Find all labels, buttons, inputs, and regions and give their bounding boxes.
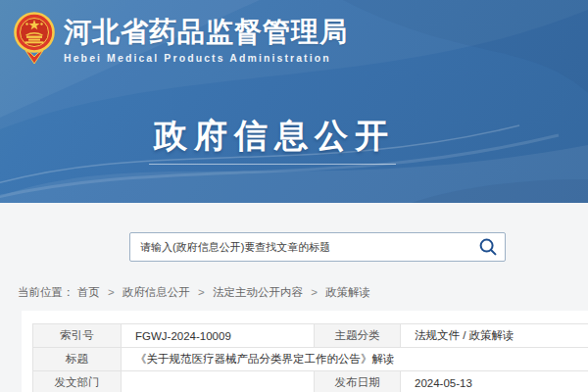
title-label: 标题	[33, 348, 122, 371]
breadcrumb: 当前位置： 首页 > 政府信息公开 > 法定主动公开内容 > 政策解读	[18, 285, 370, 300]
document-panel: 索引号 FGWJ-2024-10009 主题分类 法规文件 / 政策解读 标题 …	[22, 311, 588, 392]
agency-name-cn: 河北省药品监督管理局	[64, 18, 348, 48]
topic-category-value: 法规文件 / 政策解读	[401, 324, 588, 348]
topic-category-label: 主题分类	[315, 324, 401, 348]
table-row: 标题 《关于规范医疗器械产品分类界定工作的公告》解读	[33, 348, 588, 371]
search-box	[129, 232, 506, 262]
issuing-department-label: 发文部门	[33, 371, 122, 392]
agency-names: 河北省药品监督管理局 Hebei Medical Products Admini…	[64, 8, 348, 64]
breadcrumb-item-home[interactable]: 首页	[77, 286, 100, 298]
publish-date-label: 发布日期	[315, 371, 401, 392]
page-title: 政府信息公开	[59, 114, 490, 159]
publish-date-value: 2024-05-13	[401, 371, 588, 392]
agency-name-en: Hebei Medical Products Administration	[64, 52, 348, 64]
index-number-label: 索引号	[33, 324, 122, 348]
issuing-department-value	[122, 371, 315, 392]
breadcrumb-item-info-disclosure[interactable]: 政府信息公开	[122, 286, 190, 298]
banner-title-underline	[149, 164, 396, 165]
content-area: 当前位置： 首页 > 政府信息公开 > 法定主动公开内容 > 政策解读 索引号 …	[0, 203, 588, 392]
search-button[interactable]	[471, 233, 505, 261]
national-emblem-icon	[13, 8, 56, 67]
breadcrumb-separator: >	[108, 286, 115, 298]
title-value: 《关于规范医疗器械产品分类界定工作的公告》解读	[122, 348, 588, 371]
search-input[interactable]	[130, 233, 471, 261]
index-number-value: FGWJ-2024-10009	[122, 324, 315, 348]
table-row: 发文部门 发布日期 2024-05-13	[33, 371, 588, 392]
breadcrumb-separator: >	[198, 286, 205, 298]
breadcrumb-separator: >	[311, 286, 318, 298]
header-banner: 河北省药品监督管理局 Hebei Medical Products Admini…	[0, 0, 588, 203]
page: 河北省药品监督管理局 Hebei Medical Products Admini…	[0, 0, 588, 392]
site-logo[interactable]: 河北省药品监督管理局 Hebei Medical Products Admini…	[13, 8, 348, 67]
breadcrumb-item-policy-interpretation: 政策解读	[325, 286, 370, 298]
breadcrumb-label: 当前位置：	[18, 286, 74, 298]
search-icon	[478, 237, 498, 257]
table-row: 索引号 FGWJ-2024-10009 主题分类 法规文件 / 政策解读	[33, 324, 588, 348]
document-info-table: 索引号 FGWJ-2024-10009 主题分类 法规文件 / 政策解读 标题 …	[32, 323, 588, 392]
breadcrumb-item-statutory-content[interactable]: 法定主动公开内容	[213, 286, 303, 298]
